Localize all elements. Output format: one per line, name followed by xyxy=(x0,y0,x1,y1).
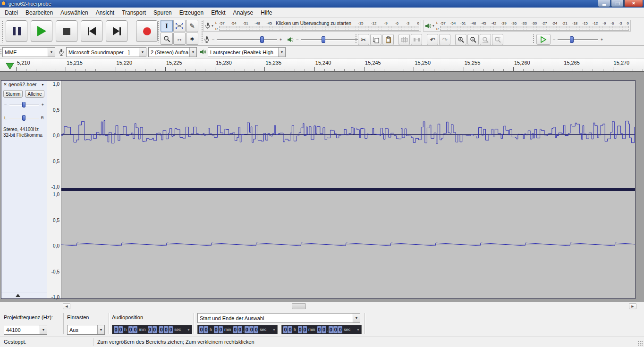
gain-slider[interactable]: – + xyxy=(4,101,44,109)
time-digit[interactable]: 0 xyxy=(233,326,237,333)
time-digit[interactable]: 0 xyxy=(298,326,302,333)
menu-transport[interactable]: Transport xyxy=(118,8,150,17)
paste-button[interactable] xyxy=(382,34,394,45)
track-control-panel[interactable]: ✕ geno62-hoer ▼ Stumm Alleine – + L xyxy=(1,81,47,298)
time-digit[interactable]: 0 xyxy=(333,326,338,333)
play-speed-thumb[interactable] xyxy=(570,36,574,43)
audio-position-field[interactable]: 00h00min00.000sec ▼ xyxy=(112,325,192,334)
pan-thumb[interactable] xyxy=(22,115,25,121)
play-cursor-icon[interactable] xyxy=(6,63,14,70)
scroll-left-button[interactable]: ◀ xyxy=(63,303,70,309)
redo-button[interactable]: ↷ xyxy=(439,34,450,45)
selection-mode-dropdown[interactable]: Start und Ende der Auswahl ▼ xyxy=(197,313,360,323)
zoom-in-button[interactable] xyxy=(455,34,466,45)
gain-thumb[interactable] xyxy=(22,102,25,107)
menu-spuren[interactable]: Spuren xyxy=(150,8,176,17)
play-button[interactable] xyxy=(31,20,52,42)
playback-volume-thumb[interactable] xyxy=(322,36,325,43)
record-button[interactable] xyxy=(136,20,158,42)
time-digit[interactable]: 0 xyxy=(133,326,137,333)
menu-auswählen[interactable]: Auswählen xyxy=(57,8,92,17)
waveform-display[interactable] xyxy=(61,81,635,298)
recording-device-dropdown[interactable]: Microsoft Soundmapper - ] ▼ xyxy=(66,47,146,57)
time-digit[interactable]: 0 xyxy=(119,326,123,333)
toolbar-grip[interactable] xyxy=(0,49,2,55)
menu-analyse[interactable]: Analyse xyxy=(229,8,257,17)
time-digit[interactable]: 0 xyxy=(283,326,288,333)
timeline-ruler[interactable]: 5,21015,21515,22015,22515,23015,23515,24… xyxy=(0,58,644,72)
track-collapse-button[interactable] xyxy=(1,292,47,298)
time-digit[interactable]: 0 xyxy=(204,326,208,333)
time-digit[interactable]: . xyxy=(158,327,159,332)
time-digit[interactable]: 0 xyxy=(148,326,152,333)
time-digit[interactable]: 0 xyxy=(254,326,258,333)
chevron-down-icon[interactable]: ▼ xyxy=(211,25,214,27)
horizontal-scrollbar[interactable]: ◀ ▶ xyxy=(0,302,644,310)
envelope-tool-button[interactable] xyxy=(173,20,186,32)
copy-button[interactable] xyxy=(370,34,381,45)
title-bar[interactable]: geno62-hoerprobe ✕ xyxy=(0,0,644,8)
resize-grip[interactable] xyxy=(637,340,643,346)
playback-meter[interactable]: ▼ LR -57-54-51-48-45-42-39-36-33-30-27-2… xyxy=(423,20,631,32)
chevron-down-icon[interactable]: ▼ xyxy=(272,328,276,331)
multi-tool-button[interactable]: ∗ xyxy=(186,33,198,45)
undo-button[interactable]: ↶ xyxy=(427,34,438,45)
time-digit[interactable]: 0 xyxy=(245,326,249,333)
time-digit[interactable]: 0 xyxy=(169,326,173,333)
solo-button[interactable]: Alleine xyxy=(25,90,44,98)
time-digit[interactable]: 0 xyxy=(219,326,223,333)
time-digit[interactable]: 0 xyxy=(322,326,326,333)
timeshift-tool-button[interactable]: ↔ xyxy=(173,33,186,45)
chevron-down-icon[interactable]: ▼ xyxy=(187,328,190,331)
snap-dropdown[interactable]: Aus ▼ xyxy=(67,325,105,335)
close-button[interactable]: ✕ xyxy=(624,0,643,7)
menu-datei[interactable]: Datei xyxy=(1,8,22,17)
audio-track[interactable]: ✕ geno62-hoer ▼ Stumm Alleine – + L xyxy=(1,80,636,299)
track-area[interactable]: ✕ geno62-hoer ▼ Stumm Alleine – + L xyxy=(0,72,644,302)
toolbar-grip[interactable] xyxy=(157,21,159,42)
pause-button[interactable] xyxy=(6,20,27,42)
mute-button[interactable]: Stumm xyxy=(3,90,23,98)
stop-button[interactable] xyxy=(56,20,77,42)
time-digit[interactable]: . xyxy=(327,327,329,332)
playback-device-dropdown[interactable]: Lautsprecher (Realtek High ▼ xyxy=(208,47,286,57)
time-digit[interactable]: 0 xyxy=(153,326,157,333)
recording-channels-dropdown[interactable]: 2 (Stereo) Aufna ▼ xyxy=(148,47,197,57)
play-at-speed-button[interactable] xyxy=(536,34,551,45)
play-speed-slider[interactable] xyxy=(558,36,598,43)
menu-bearbeiten[interactable]: Bearbeiten xyxy=(22,8,57,17)
zoom-tool-button[interactable] xyxy=(161,33,173,45)
maximize-button[interactable] xyxy=(611,0,624,7)
playback-volume-slider[interactable] xyxy=(301,36,358,43)
selection-start-field[interactable]: 00h00min00.000sec ▼ xyxy=(197,325,278,334)
time-digit[interactable]: 0 xyxy=(214,326,218,333)
time-digit[interactable]: 0 xyxy=(249,326,254,333)
zoom-selection-button[interactable] xyxy=(480,34,491,45)
skip-to-start-button[interactable] xyxy=(81,20,102,42)
time-digit[interactable]: 0 xyxy=(303,326,307,333)
scroll-right-button[interactable]: ▶ xyxy=(629,303,636,309)
toolbar-grip[interactable] xyxy=(355,34,357,44)
skip-to-end-button[interactable] xyxy=(106,20,127,42)
time-digit[interactable]: 0 xyxy=(238,326,242,333)
time-digit[interactable]: . xyxy=(243,327,245,332)
zoom-out-button[interactable] xyxy=(467,34,479,45)
recording-meter[interactable]: ▼ LR -57-54-51-48-45 Klicken um Überwach… xyxy=(203,20,421,32)
waveform-channel-left[interactable] xyxy=(61,81,635,188)
vertical-ruler[interactable]: 1,00,50,0-0,5-1,01,00,50,0-0,5-1,0 xyxy=(47,81,61,298)
selection-end-field[interactable]: 00h00min00.000sec ▼ xyxy=(281,325,362,334)
silence-button[interactable] xyxy=(411,34,422,45)
toolbar-grip[interactable] xyxy=(533,34,534,44)
minimize-button[interactable] xyxy=(598,0,610,7)
audio-host-dropdown[interactable]: MME ▼ xyxy=(2,47,55,57)
monitoring-hint[interactable]: Klicken um Überwachung zu starten xyxy=(272,21,355,26)
time-digit[interactable]: 0 xyxy=(114,326,118,333)
time-digit[interactable]: 0 xyxy=(317,326,322,333)
waveform-channel-right[interactable] xyxy=(61,191,635,298)
pan-slider[interactable]: L R xyxy=(4,115,44,122)
time-digit[interactable]: 0 xyxy=(128,326,133,333)
project-rate-dropdown[interactable]: 44100 ▼ xyxy=(4,325,47,335)
draw-tool-button[interactable]: ✎ xyxy=(186,20,198,32)
menu-effekt[interactable]: Effekt xyxy=(207,8,229,17)
time-digit[interactable]: 0 xyxy=(288,326,292,333)
